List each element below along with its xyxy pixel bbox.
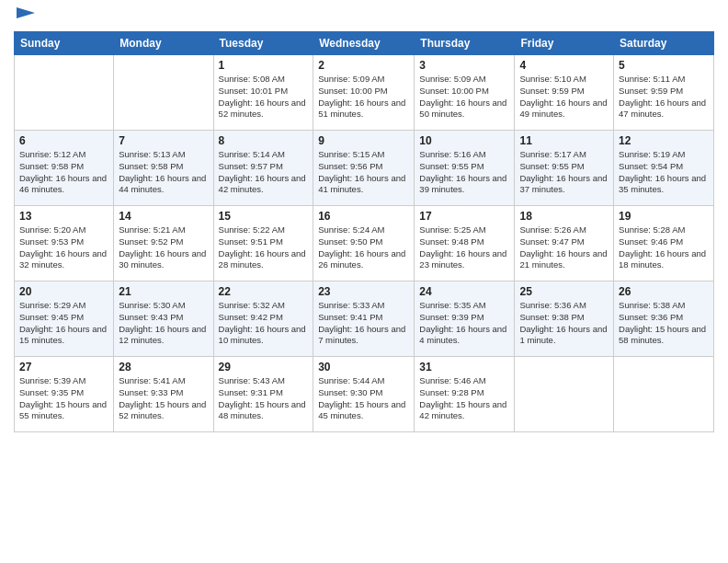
day-info: Sunrise: 5:35 AM Sunset: 9:39 PM Dayligh… [419, 300, 509, 347]
day-number: 14 [119, 210, 208, 223]
calendar-cell: 2Sunrise: 5:09 AM Sunset: 10:00 PM Dayli… [313, 55, 415, 131]
calendar-cell: 22Sunrise: 5:32 AM Sunset: 9:42 PM Dayli… [213, 282, 313, 357]
col-sunday: Sunday [15, 32, 114, 55]
day-number: 22 [219, 285, 309, 298]
calendar-cell: 1Sunrise: 5:08 AM Sunset: 10:01 PM Dayli… [213, 55, 313, 131]
day-info: Sunrise: 5:32 AM Sunset: 9:42 PM Dayligh… [219, 300, 309, 347]
day-number: 5 [619, 59, 709, 72]
day-number: 8 [219, 134, 309, 147]
day-info: Sunrise: 5:28 AM Sunset: 9:46 PM Dayligh… [619, 224, 709, 271]
calendar-header-row: Sunday Monday Tuesday Wednesday Thursday… [15, 32, 714, 55]
day-number: 20 [19, 285, 108, 298]
day-number: 27 [19, 361, 108, 373]
calendar-cell: 21Sunrise: 5:30 AM Sunset: 9:43 PM Dayli… [114, 282, 213, 357]
calendar-cell: 24Sunrise: 5:35 AM Sunset: 9:39 PM Dayli… [415, 282, 515, 357]
col-thursday: Thursday [415, 32, 515, 55]
svg-marker-0 [17, 7, 35, 18]
day-number: 6 [19, 134, 108, 147]
calendar-cell [15, 55, 114, 131]
logo [14, 9, 37, 24]
calendar-week-row: 20Sunrise: 5:29 AM Sunset: 9:45 PM Dayli… [15, 282, 714, 357]
day-number: 17 [419, 210, 509, 223]
day-number: 15 [219, 210, 309, 223]
calendar-cell: 3Sunrise: 5:09 AM Sunset: 10:00 PM Dayli… [415, 55, 515, 131]
calendar-cell [114, 55, 213, 131]
day-number: 16 [318, 210, 409, 223]
day-number: 7 [119, 134, 208, 147]
day-info: Sunrise: 5:44 AM Sunset: 9:30 PM Dayligh… [318, 375, 409, 422]
col-saturday: Saturday [614, 32, 714, 55]
calendar-cell: 30Sunrise: 5:44 AM Sunset: 9:30 PM Dayli… [313, 357, 415, 432]
day-number: 10 [419, 134, 509, 147]
calendar-cell: 25Sunrise: 5:36 AM Sunset: 9:38 PM Dayli… [515, 282, 614, 357]
day-number: 11 [519, 134, 609, 147]
calendar-cell: 9Sunrise: 5:15 AM Sunset: 9:56 PM Daylig… [313, 131, 415, 206]
day-info: Sunrise: 5:14 AM Sunset: 9:57 PM Dayligh… [219, 149, 309, 196]
day-number: 12 [619, 134, 709, 147]
day-info: Sunrise: 5:29 AM Sunset: 9:45 PM Dayligh… [19, 300, 108, 347]
day-info: Sunrise: 5:33 AM Sunset: 9:41 PM Dayligh… [318, 300, 409, 347]
day-info: Sunrise: 5:46 AM Sunset: 9:28 PM Dayligh… [419, 375, 509, 422]
day-number: 25 [519, 285, 609, 298]
calendar-cell: 7Sunrise: 5:13 AM Sunset: 9:58 PM Daylig… [114, 131, 213, 206]
day-info: Sunrise: 5:13 AM Sunset: 9:58 PM Dayligh… [119, 149, 208, 196]
day-number: 2 [318, 59, 409, 72]
day-info: Sunrise: 5:24 AM Sunset: 9:50 PM Dayligh… [318, 224, 409, 271]
day-number: 28 [119, 361, 208, 373]
day-info: Sunrise: 5:22 AM Sunset: 9:51 PM Dayligh… [219, 224, 309, 271]
calendar-cell: 28Sunrise: 5:41 AM Sunset: 9:33 PM Dayli… [114, 357, 213, 432]
calendar-cell: 6Sunrise: 5:12 AM Sunset: 9:58 PM Daylig… [15, 131, 114, 206]
calendar-cell [515, 357, 614, 432]
col-friday: Friday [515, 32, 614, 55]
logo-flag-icon [17, 7, 37, 24]
day-number: 9 [318, 134, 409, 147]
calendar-week-row: 27Sunrise: 5:39 AM Sunset: 9:35 PM Dayli… [15, 357, 714, 432]
header [14, 9, 714, 24]
calendar-cell: 4Sunrise: 5:10 AM Sunset: 9:59 PM Daylig… [515, 55, 614, 131]
calendar-cell: 13Sunrise: 5:20 AM Sunset: 9:53 PM Dayli… [15, 206, 114, 282]
day-number: 24 [419, 285, 509, 298]
day-info: Sunrise: 5:25 AM Sunset: 9:48 PM Dayligh… [419, 224, 509, 271]
calendar-cell: 19Sunrise: 5:28 AM Sunset: 9:46 PM Dayli… [614, 206, 714, 282]
calendar-cell [614, 357, 714, 432]
calendar-cell: 31Sunrise: 5:46 AM Sunset: 9:28 PM Dayli… [415, 357, 515, 432]
day-info: Sunrise: 5:08 AM Sunset: 10:01 PM Daylig… [219, 74, 309, 121]
day-info: Sunrise: 5:39 AM Sunset: 9:35 PM Dayligh… [19, 375, 108, 422]
day-info: Sunrise: 5:09 AM Sunset: 10:00 PM Daylig… [419, 74, 509, 121]
calendar-cell: 29Sunrise: 5:43 AM Sunset: 9:31 PM Dayli… [213, 357, 313, 432]
day-info: Sunrise: 5:12 AM Sunset: 9:58 PM Dayligh… [19, 149, 108, 196]
calendar-cell: 20Sunrise: 5:29 AM Sunset: 9:45 PM Dayli… [15, 282, 114, 357]
calendar-week-row: 1Sunrise: 5:08 AM Sunset: 10:01 PM Dayli… [15, 55, 714, 131]
col-wednesday: Wednesday [313, 32, 415, 55]
day-info: Sunrise: 5:11 AM Sunset: 9:59 PM Dayligh… [619, 74, 709, 121]
col-tuesday: Tuesday [213, 32, 313, 55]
day-info: Sunrise: 5:41 AM Sunset: 9:33 PM Dayligh… [119, 375, 208, 422]
calendar-cell: 15Sunrise: 5:22 AM Sunset: 9:51 PM Dayli… [213, 206, 313, 282]
calendar-week-row: 6Sunrise: 5:12 AM Sunset: 9:58 PM Daylig… [15, 131, 714, 206]
calendar-cell: 27Sunrise: 5:39 AM Sunset: 9:35 PM Dayli… [15, 357, 114, 432]
day-number: 30 [318, 361, 409, 373]
day-number: 4 [519, 59, 609, 72]
day-info: Sunrise: 5:19 AM Sunset: 9:54 PM Dayligh… [619, 149, 709, 196]
calendar-cell: 23Sunrise: 5:33 AM Sunset: 9:41 PM Dayli… [313, 282, 415, 357]
day-info: Sunrise: 5:16 AM Sunset: 9:55 PM Dayligh… [419, 149, 509, 196]
day-number: 13 [19, 210, 108, 223]
day-info: Sunrise: 5:21 AM Sunset: 9:52 PM Dayligh… [119, 224, 208, 271]
calendar-cell: 10Sunrise: 5:16 AM Sunset: 9:55 PM Dayli… [415, 131, 515, 206]
day-number: 29 [219, 361, 309, 373]
day-number: 18 [519, 210, 609, 223]
day-info: Sunrise: 5:38 AM Sunset: 9:36 PM Dayligh… [619, 300, 709, 347]
calendar-cell: 11Sunrise: 5:17 AM Sunset: 9:55 PM Dayli… [515, 131, 614, 206]
calendar-cell: 16Sunrise: 5:24 AM Sunset: 9:50 PM Dayli… [313, 206, 415, 282]
day-info: Sunrise: 5:15 AM Sunset: 9:56 PM Dayligh… [318, 149, 409, 196]
calendar-cell: 17Sunrise: 5:25 AM Sunset: 9:48 PM Dayli… [415, 206, 515, 282]
day-info: Sunrise: 5:36 AM Sunset: 9:38 PM Dayligh… [519, 300, 609, 347]
calendar-cell: 26Sunrise: 5:38 AM Sunset: 9:36 PM Dayli… [614, 282, 714, 357]
page: Sunday Monday Tuesday Wednesday Thursday… [0, 0, 728, 563]
day-number: 19 [619, 210, 709, 223]
day-number: 3 [419, 59, 509, 72]
calendar-cell: 12Sunrise: 5:19 AM Sunset: 9:54 PM Dayli… [614, 131, 714, 206]
day-info: Sunrise: 5:10 AM Sunset: 9:59 PM Dayligh… [519, 74, 609, 121]
day-number: 26 [619, 285, 709, 298]
day-info: Sunrise: 5:17 AM Sunset: 9:55 PM Dayligh… [519, 149, 609, 196]
